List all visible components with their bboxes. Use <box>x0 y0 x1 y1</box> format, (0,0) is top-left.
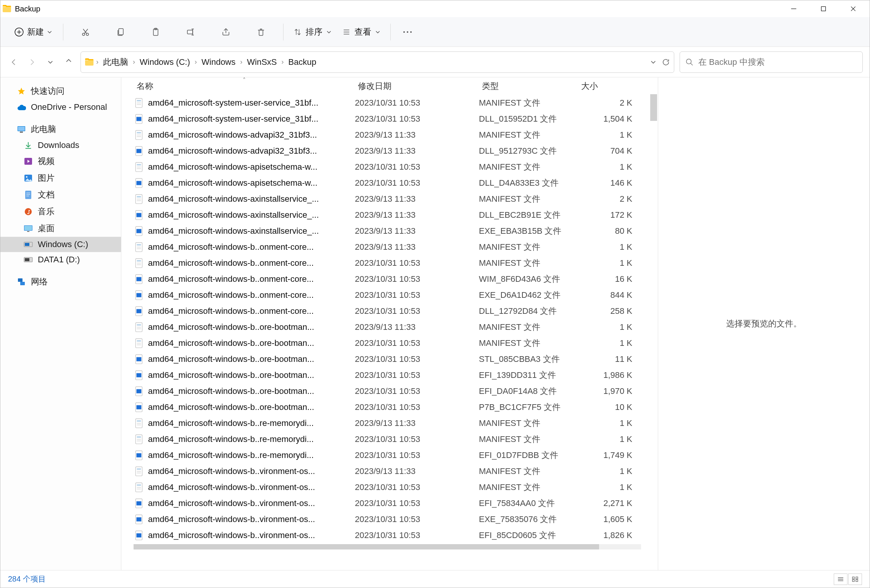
file-date: 2023/10/31 10:53 <box>355 114 479 124</box>
horizontal-scrollbar[interactable] <box>121 543 649 550</box>
rename-button[interactable] <box>183 24 198 40</box>
sidebar-item[interactable]: Windows (C:) <box>0 237 121 252</box>
details-view-button[interactable] <box>834 574 847 585</box>
table-row[interactable]: amd64_microsoft-windows-axinstallservice… <box>121 207 649 223</box>
chevron-right-icon: › <box>133 58 135 66</box>
file-name: amd64_microsoft-windows-b..re-memorydi..… <box>148 418 355 428</box>
search-box[interactable] <box>680 51 863 73</box>
sidebar-item[interactable]: 网络 <box>0 273 121 290</box>
more-button[interactable] <box>400 24 415 40</box>
view-button[interactable]: 查看 <box>338 23 384 41</box>
back-button[interactable] <box>7 56 20 69</box>
table-row[interactable]: amd64_microsoft-windows-b..vironment-os.… <box>121 495 649 511</box>
sidebar-item[interactable]: 文档 <box>0 186 121 203</box>
sidebar-item-label: 音乐 <box>38 206 55 217</box>
sidebar-item[interactable]: Downloads <box>0 138 121 153</box>
table-row[interactable]: amd64_microsoft-windows-apisetschema-w..… <box>121 175 649 191</box>
close-button[interactable] <box>838 0 868 17</box>
desktop-icon <box>23 223 33 233</box>
sidebar-item[interactable]: 快速访问 <box>0 83 121 100</box>
svg-rect-124 <box>137 517 142 522</box>
file-size: 1 K <box>578 338 635 348</box>
copy-button[interactable] <box>113 24 128 40</box>
vertical-scrollbar[interactable] <box>649 77 658 570</box>
svg-point-24 <box>686 59 691 64</box>
chevron-down-icon[interactable] <box>650 59 656 65</box>
breadcrumb-item[interactable]: 此电脑 <box>101 56 130 69</box>
table-row[interactable]: amd64_microsoft-windows-b..vironment-os.… <box>121 479 649 495</box>
col-date[interactable]: 修改日期 <box>355 80 479 92</box>
sidebar-item[interactable]: 图片 <box>0 170 121 186</box>
breadcrumb-item[interactable]: Windows <box>199 56 238 68</box>
recent-locations-button[interactable] <box>44 56 57 69</box>
table-row[interactable]: amd64_microsoft-windows-b..onment-core..… <box>121 255 649 271</box>
table-row[interactable]: amd64_microsoft-windows-b..onment-core..… <box>121 239 649 255</box>
file-icon <box>134 98 144 108</box>
table-row[interactable]: amd64_microsoft-windows-advapi32_31bf3..… <box>121 143 649 159</box>
sidebar-item[interactable]: 视频 <box>0 153 121 170</box>
table-row[interactable]: amd64_microsoft-windows-b..vironment-os.… <box>121 511 649 527</box>
table-row[interactable]: amd64_microsoft-windows-axinstallservice… <box>121 223 649 239</box>
sidebar-item[interactable]: 桌面 <box>0 220 121 237</box>
new-button[interactable]: 新建 <box>10 23 57 41</box>
thumbnails-view-button[interactable] <box>848 574 862 585</box>
table-row[interactable]: amd64_microsoft-system-user-service_31bf… <box>121 111 649 127</box>
file-name: amd64_microsoft-windows-b..vironment-os.… <box>148 482 355 492</box>
chevron-down-icon <box>375 29 380 35</box>
breadcrumb-item[interactable]: Windows (C:) <box>137 56 192 68</box>
file-icon <box>134 530 144 541</box>
search-input[interactable] <box>698 57 857 67</box>
table-row[interactable]: amd64_microsoft-windows-b..re-memorydi..… <box>121 415 649 431</box>
table-row[interactable]: amd64_microsoft-windows-b..ore-bootman..… <box>121 367 649 383</box>
up-button[interactable] <box>62 56 75 69</box>
paste-button[interactable] <box>148 24 163 40</box>
refresh-button[interactable] <box>662 58 670 66</box>
table-row[interactable]: amd64_microsoft-windows-b..vironment-os.… <box>121 527 649 543</box>
breadcrumb-item[interactable]: Backup <box>286 56 319 68</box>
address-bar[interactable]: › 此电脑›Windows (C:)›Windows›WinSxS›Backup <box>81 51 674 73</box>
table-row[interactable]: amd64_microsoft-system-user-service_31bf… <box>121 95 649 111</box>
maximize-button[interactable] <box>809 0 838 17</box>
col-name[interactable]: 名称˄ <box>134 80 355 92</box>
table-row[interactable]: amd64_microsoft-windows-b..vironment-os.… <box>121 463 649 479</box>
forward-button[interactable] <box>26 56 39 69</box>
table-row[interactable]: amd64_microsoft-windows-b..ore-bootman..… <box>121 319 649 335</box>
breadcrumb-item[interactable]: WinSxS <box>245 56 279 68</box>
col-type[interactable]: 类型 <box>479 80 578 92</box>
sidebar-item[interactable]: DATA1 (D:) <box>0 252 121 267</box>
sidebar-item[interactable]: 音乐 <box>0 203 121 220</box>
table-row[interactable]: amd64_microsoft-windows-b..ore-bootman..… <box>121 351 649 367</box>
minimize-button[interactable] <box>779 0 809 17</box>
file-icon <box>134 450 144 461</box>
svg-point-21 <box>403 31 405 33</box>
table-row[interactable]: amd64_microsoft-windows-b..re-memorydi..… <box>121 431 649 447</box>
sidebar-item[interactable]: 此电脑 <box>0 121 121 138</box>
sort-button[interactable]: 排序 <box>290 23 335 41</box>
file-type: EFI_85CD0605 文件 <box>479 530 578 541</box>
table-row[interactable]: amd64_microsoft-windows-b..onment-core..… <box>121 271 649 287</box>
share-button[interactable] <box>218 24 234 40</box>
table-row[interactable]: amd64_microsoft-windows-b..re-memorydi..… <box>121 447 649 463</box>
table-row[interactable]: amd64_microsoft-windows-b..onment-core..… <box>121 303 649 319</box>
file-date: 2023/10/31 10:53 <box>355 402 479 412</box>
cut-button[interactable] <box>78 24 93 40</box>
svg-rect-58 <box>137 149 142 153</box>
file-size: 1 K <box>578 418 635 428</box>
table-row[interactable]: amd64_microsoft-windows-apisetschema-w..… <box>121 159 649 175</box>
cloud-icon <box>16 102 26 112</box>
file-type: MANIFEST 文件 <box>479 161 578 173</box>
col-size[interactable]: 大小 <box>578 80 635 92</box>
file-name: amd64_microsoft-system-user-service_31bf… <box>148 114 355 124</box>
table-row[interactable]: amd64_microsoft-windows-b..onment-core..… <box>121 287 649 303</box>
file-size: 1,970 K <box>578 386 635 396</box>
delete-button[interactable] <box>253 24 269 40</box>
file-type: DLL_EBC2B91E 文件 <box>479 209 578 221</box>
file-size: 1,605 K <box>578 514 635 524</box>
table-row[interactable]: amd64_microsoft-windows-axinstallservice… <box>121 191 649 207</box>
table-row[interactable]: amd64_microsoft-windows-advapi32_31bf3..… <box>121 127 649 143</box>
table-row[interactable]: amd64_microsoft-windows-b..ore-bootman..… <box>121 383 649 399</box>
sidebar-item[interactable]: OneDrive - Personal <box>0 100 121 115</box>
table-row[interactable]: amd64_microsoft-windows-b..ore-bootman..… <box>121 399 649 415</box>
table-row[interactable]: amd64_microsoft-windows-b..ore-bootman..… <box>121 335 649 351</box>
sort-label: 排序 <box>306 26 322 38</box>
